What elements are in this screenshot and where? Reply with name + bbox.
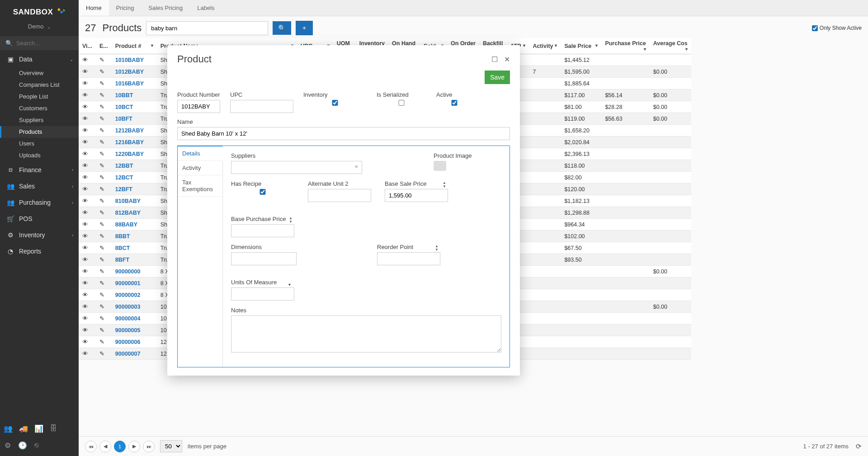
view-icon[interactable]: 👁 xyxy=(82,174,88,181)
pager-first[interactable]: ⏮ xyxy=(85,441,97,452)
sidebar-search-input[interactable] xyxy=(16,40,73,47)
only-active-toggle[interactable]: Only Show Active xyxy=(812,25,862,31)
tab-home[interactable]: Home xyxy=(79,0,109,16)
view-icon[interactable]: 👁 xyxy=(82,127,88,134)
sidebar-search[interactable]: 🔍 xyxy=(0,36,79,50)
reorder-input[interactable] xyxy=(377,252,440,265)
name-input[interactable] xyxy=(177,127,510,140)
view-icon[interactable]: 👁 xyxy=(82,103,88,110)
view-icon[interactable]: 👁 xyxy=(82,268,88,275)
edit-icon[interactable]: ✎ xyxy=(99,150,104,157)
view-icon[interactable]: 👁 xyxy=(82,221,88,228)
inventory-checkbox[interactable] xyxy=(303,100,367,106)
close-icon[interactable]: ✕ xyxy=(504,55,510,64)
view-icon[interactable]: 👁 xyxy=(82,162,88,169)
sidebar-item-pos[interactable]: 🛒POS xyxy=(0,211,79,227)
gear-icon[interactable]: ⚙ xyxy=(5,441,11,450)
edit-icon[interactable]: ✎ xyxy=(99,291,104,298)
has-recipe-checkbox[interactable] xyxy=(231,189,294,195)
edit-icon[interactable]: ✎ xyxy=(99,221,104,228)
sidebar-item-finance[interactable]: ⧈Finance xyxy=(0,161,79,178)
product-link[interactable]: 810BABY xyxy=(115,198,141,204)
edit-icon[interactable]: ✎ xyxy=(99,127,104,134)
pager-last[interactable]: ⏭ xyxy=(143,441,155,452)
edit-icon[interactable]: ✎ xyxy=(99,92,104,99)
product-link[interactable]: 12BBT xyxy=(115,163,133,169)
column-header[interactable]: Vi... xyxy=(79,38,96,54)
product-link[interactable]: 1012BABY xyxy=(115,69,144,75)
view-icon[interactable]: 👁 xyxy=(82,350,88,357)
suppliers-input[interactable] xyxy=(231,161,351,174)
edit-icon[interactable]: ✎ xyxy=(99,244,104,251)
spinner-icon[interactable]: ▲▼ xyxy=(289,216,292,224)
product-link[interactable]: 90000006 xyxy=(115,339,141,345)
view-icon[interactable]: 👁 xyxy=(82,56,88,63)
view-icon[interactable]: 👁 xyxy=(82,186,88,193)
column-header[interactable]: Average Cos▾ xyxy=(650,38,691,54)
sidebar-sub-customers[interactable]: Customers xyxy=(0,103,79,114)
product-link[interactable]: 1016BABY xyxy=(115,80,144,87)
view-icon[interactable]: 👁 xyxy=(82,80,88,87)
filter-icon[interactable]: ▾ xyxy=(151,43,153,48)
edit-icon[interactable]: ✎ xyxy=(99,115,104,122)
tab-pricing[interactable]: Pricing xyxy=(109,0,142,16)
edit-icon[interactable]: ✎ xyxy=(99,56,104,63)
product-link[interactable]: 88BABY xyxy=(115,221,137,228)
edit-icon[interactable]: ✎ xyxy=(99,197,104,204)
product-link[interactable]: 1216BABY xyxy=(115,139,144,146)
view-icon[interactable]: 👁 xyxy=(82,233,88,240)
product-link[interactable]: 1010BABY xyxy=(115,57,144,63)
view-icon[interactable]: 👁 xyxy=(82,280,88,287)
view-icon[interactable]: 👁 xyxy=(82,338,88,345)
product-number-input[interactable] xyxy=(177,100,220,113)
view-icon[interactable]: 👁 xyxy=(82,139,88,146)
active-checkbox[interactable] xyxy=(436,100,472,106)
view-icon[interactable]: 👁 xyxy=(82,115,88,122)
base-sale-input[interactable] xyxy=(385,189,448,202)
vtab-details[interactable]: Details xyxy=(178,146,223,161)
edit-icon[interactable]: ✎ xyxy=(99,68,104,75)
vtab-activity[interactable]: Activity xyxy=(178,161,222,175)
tab-sales-pricing[interactable]: Sales Pricing xyxy=(141,0,190,16)
archive-icon[interactable]: 🗄 xyxy=(50,424,57,433)
view-icon[interactable]: 👁 xyxy=(82,68,88,75)
product-link[interactable]: 8BBT xyxy=(115,233,130,240)
sidebar-item-data[interactable]: ▣Data xyxy=(0,51,79,67)
column-header[interactable]: Purchase Price▾ xyxy=(601,38,649,54)
edit-icon[interactable]: ✎ xyxy=(99,80,104,87)
product-link[interactable]: 10BBT xyxy=(115,92,133,99)
upc-input[interactable] xyxy=(230,100,293,113)
edit-icon[interactable]: ✎ xyxy=(99,103,104,110)
edit-icon[interactable]: ✎ xyxy=(99,174,104,181)
tab-labels[interactable]: Labels xyxy=(190,0,222,16)
sidebar-sub-suppliers[interactable]: Suppliers xyxy=(0,114,79,126)
pager-prev[interactable]: ◀ xyxy=(99,441,111,452)
filter-icon[interactable]: ▾ xyxy=(595,43,598,48)
view-icon[interactable]: 👁 xyxy=(82,256,88,263)
product-link[interactable]: 1220BABY xyxy=(115,151,144,157)
spinner-icon[interactable]: ▲▼ xyxy=(435,244,439,252)
view-icon[interactable]: 👁 xyxy=(82,209,88,216)
sidebar-sub-users[interactable]: Users xyxy=(0,138,79,150)
product-link[interactable]: 90000003 xyxy=(115,304,141,310)
clock-icon[interactable]: 🕑 xyxy=(18,441,27,450)
product-link[interactable]: 8BFT xyxy=(115,257,129,263)
edit-icon[interactable]: ✎ xyxy=(99,162,104,169)
users-icon[interactable]: 👥 xyxy=(4,424,13,433)
filter-icon[interactable]: ▾ xyxy=(523,43,525,48)
edit-icon[interactable]: ✎ xyxy=(99,209,104,216)
edit-icon[interactable]: ✎ xyxy=(99,256,104,263)
sidebar-item-inventory[interactable]: ⚙Inventory xyxy=(0,227,79,243)
serialized-checkbox[interactable] xyxy=(377,100,426,106)
product-link[interactable]: 90000000 xyxy=(115,268,141,275)
sidebar-sub-products[interactable]: Products xyxy=(0,126,79,138)
product-link[interactable]: 12BCT xyxy=(115,174,133,181)
product-link[interactable]: 90000002 xyxy=(115,292,141,298)
view-icon[interactable]: 👁 xyxy=(82,197,88,204)
sidebar-sub-people-list[interactable]: People List xyxy=(0,91,79,103)
sidebar-sub-uploads[interactable]: Uploads xyxy=(0,150,79,161)
product-link[interactable]: 90000004 xyxy=(115,315,141,322)
product-link[interactable]: 90000005 xyxy=(115,327,141,334)
view-icon[interactable]: 👁 xyxy=(82,315,88,322)
maximize-icon[interactable]: ☐ xyxy=(491,55,498,64)
